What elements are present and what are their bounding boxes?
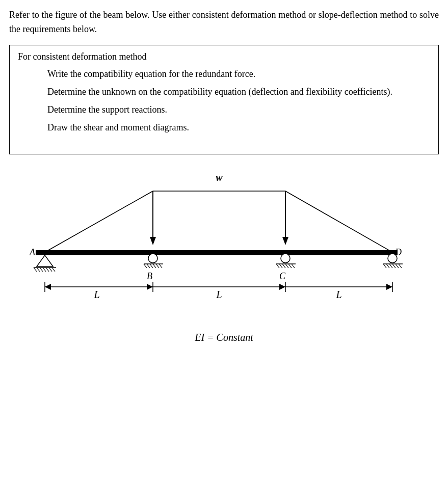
svg-line-43 (396, 264, 399, 268)
list-item: Draw the shear and moment diagrams. (18, 121, 430, 135)
requirements-box: For consistent deformation method Write … (9, 45, 439, 154)
svg-text:L: L (216, 289, 222, 300)
box-heading: For consistent deformation method (18, 51, 430, 62)
svg-line-12 (37, 267, 40, 272)
svg-marker-47 (45, 284, 51, 290)
svg-line-26 (159, 264, 162, 268)
svg-text:w: w (216, 172, 223, 183)
svg-text:L: L (335, 289, 341, 300)
item-text-1: Write the compatibility equation for the… (47, 67, 255, 81)
svg-line-24 (153, 264, 156, 268)
svg-line-31 (279, 264, 282, 268)
svg-line-17 (52, 267, 55, 272)
svg-point-28 (281, 254, 290, 263)
svg-text:L: L (93, 289, 99, 300)
svg-line-34 (288, 264, 292, 268)
bullet-3 (33, 103, 45, 112)
svg-line-25 (156, 264, 159, 268)
item-text-4: Draw the shear and moment diagrams. (47, 121, 189, 135)
svg-marker-57 (386, 284, 392, 290)
list-item: Determine the support reactions. (18, 103, 430, 117)
svg-line-42 (392, 264, 396, 268)
svg-line-21 (144, 264, 147, 268)
svg-marker-9 (37, 255, 53, 266)
svg-line-41 (389, 264, 392, 268)
svg-text:B: B (147, 271, 152, 281)
svg-line-15 (46, 267, 49, 272)
svg-marker-48 (147, 284, 153, 290)
list-item: Determine the unknown on the compatibili… (18, 85, 430, 99)
svg-marker-7 (282, 237, 288, 245)
item-text-3: Determine the support reactions. (47, 103, 167, 117)
svg-rect-8 (36, 250, 398, 255)
bullet-2 (33, 86, 45, 94)
svg-line-33 (285, 264, 288, 268)
svg-line-30 (276, 264, 279, 268)
svg-line-13 (40, 267, 43, 272)
svg-line-35 (292, 264, 295, 268)
svg-line-40 (386, 264, 389, 268)
svg-line-22 (147, 264, 150, 268)
svg-text:C: C (279, 271, 286, 281)
bullet-1 (33, 68, 45, 76)
svg-line-44 (399, 264, 402, 268)
svg-line-16 (49, 267, 52, 272)
svg-line-32 (282, 264, 285, 268)
item-text-2: Determine the unknown on the compatibili… (47, 85, 392, 99)
ei-label: EI = Constant (195, 332, 253, 343)
svg-line-14 (43, 267, 46, 272)
svg-line-23 (150, 264, 153, 268)
svg-line-3 (285, 191, 392, 252)
svg-text:D: D (394, 247, 402, 257)
svg-line-11 (34, 267, 37, 272)
intro-paragraph: Refer to the figure of the beam below. U… (9, 8, 439, 37)
svg-line-39 (383, 264, 386, 268)
bullet-4 (33, 121, 45, 130)
svg-point-19 (148, 254, 157, 263)
svg-line-1 (45, 191, 153, 252)
diagram-area: w A (9, 170, 439, 343)
svg-marker-53 (279, 284, 285, 290)
svg-text:A: A (29, 247, 36, 257)
svg-marker-5 (150, 237, 156, 245)
list-item: Write the compatibility equation for the… (18, 67, 430, 81)
beam-diagram: w A (15, 170, 433, 328)
